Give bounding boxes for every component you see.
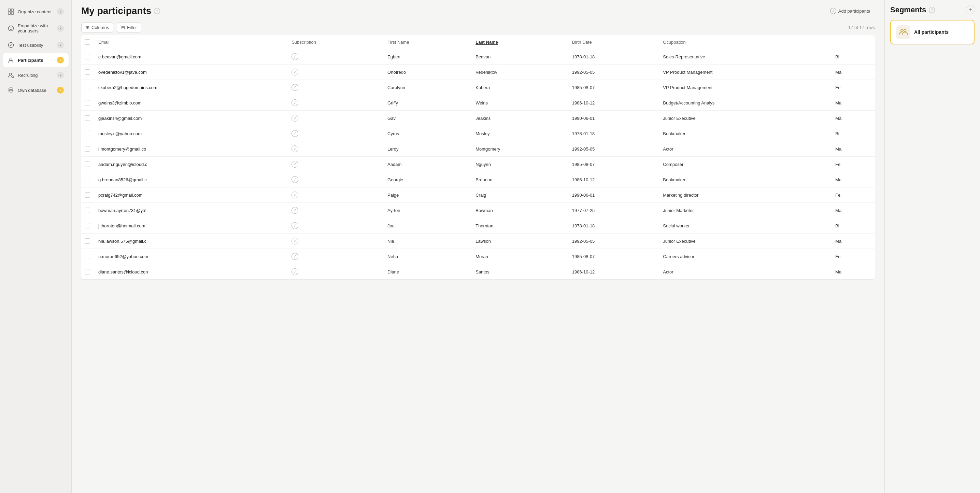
row-last-name: Lawson [471, 234, 567, 249]
subscription-check-icon: ✓ [291, 207, 298, 214]
svg-point-12 [901, 29, 903, 32]
row-extra: Fe [830, 249, 875, 264]
table-row[interactable]: n.moran652@yahoo.com ✓ Neha Moran 1985-0… [81, 249, 875, 264]
email-col-header: Email [94, 35, 287, 49]
select-all-checkbox[interactable] [85, 39, 90, 45]
row-checkbox[interactable] [85, 254, 90, 259]
table-row[interactable]: nia.lawson.575@gmail.c ✓ Nia Lawson 1992… [81, 234, 875, 249]
row-email: bowman.ayrton731@ya! [94, 203, 287, 218]
row-checkbox[interactable] [85, 192, 90, 198]
row-checkbox[interactable] [85, 238, 90, 244]
table-row[interactable]: ckubera2@hugedomains.com ✓ Carolynn Kube… [81, 80, 875, 95]
row-first-name: Aadam [383, 157, 471, 172]
row-first-name: Griffy [383, 95, 471, 111]
row-subscription: ✓ [287, 80, 383, 95]
row-checkbox[interactable] [85, 69, 90, 75]
row-last-name: Moran [471, 249, 567, 264]
row-first-name: Georgie [383, 172, 471, 188]
table-row[interactable]: e.beavan@gmail.com ✓ Egbert Beavan 1978-… [81, 49, 875, 65]
svg-point-7 [8, 43, 14, 48]
svg-point-13 [904, 29, 906, 32]
row-checkbox[interactable] [85, 146, 90, 151]
sidebar-item-test-usability[interactable]: Test usability › [3, 38, 68, 52]
table-container[interactable]: Email Subscription First Name Last Name … [72, 35, 885, 493]
row-first-name: Egbert [383, 49, 471, 65]
table-row[interactable]: ovedeniktov1@java.com ✓ Onofredo Vedenik… [81, 65, 875, 80]
table-row[interactable]: aadam.nguyen@icloud.c ✓ Aadam Nguyen 198… [81, 157, 875, 172]
row-subscription: ✓ [287, 234, 383, 249]
row-last-name: Mosley [471, 126, 567, 142]
row-birth-date: 1986-10-12 [567, 172, 658, 188]
sidebar-item-own-database[interactable]: Own database › [3, 83, 68, 97]
subscription-check-icon: ✓ [291, 222, 298, 229]
columns-icon: ⊞ [86, 25, 89, 30]
last-name-col-header[interactable]: Last Name [471, 35, 567, 49]
row-checkbox[interactable] [85, 177, 90, 182]
row-checkbox[interactable] [85, 54, 90, 59]
row-occupation: Marketing director [658, 188, 830, 203]
table-row[interactable]: pcraig742@gmail.com ✓ Paige Craig 1990-0… [81, 188, 875, 203]
table-row[interactable]: mosley.c@yahoo.com ✓ Cyrus Mosley 1978-0… [81, 126, 875, 142]
user-icon [8, 57, 14, 64]
row-first-name: Cyrus [383, 126, 471, 142]
row-extra: Ma [830, 65, 875, 80]
sidebar-item-organize-content[interactable]: Organize content › [3, 5, 68, 18]
table-row[interactable]: g.brennan8526@gmail.c ✓ Georgie Brennan … [81, 172, 875, 188]
svg-point-5 [10, 28, 11, 28]
row-email: ckubera2@hugedomains.com [94, 80, 287, 95]
row-occupation: Bookmaker [658, 172, 830, 188]
row-checkbox[interactable] [85, 100, 90, 105]
row-subscription: ✓ [287, 49, 383, 65]
row-checkbox-cell [81, 172, 94, 188]
row-email: ovedeniktov1@java.com [94, 65, 287, 80]
row-checkbox[interactable] [85, 223, 90, 228]
row-last-name: Brennan [471, 172, 567, 188]
grid-icon [8, 8, 14, 15]
table-row[interactable]: l.montgomery@gmail.co ✓ Leroy Montgomery… [81, 142, 875, 157]
row-checkbox[interactable] [85, 162, 90, 167]
sidebar-item-participants[interactable]: Participants › [3, 53, 68, 67]
sidebar-item-empathize[interactable]: Empathize with your users › [3, 20, 68, 37]
row-checkbox-cell [81, 80, 94, 95]
row-checkbox[interactable] [85, 208, 90, 213]
table-row[interactable]: j.thornton@hotmail.com ✓ Joe Thornton 19… [81, 218, 875, 234]
svg-point-11 [9, 88, 13, 89]
help-icon[interactable]: ? [154, 8, 160, 14]
row-last-name: Thornton [471, 218, 567, 234]
all-participants-segment[interactable]: All participants [890, 20, 975, 45]
columns-button[interactable]: ⊞ Columns [81, 22, 113, 32]
table-row[interactable]: gjeakins4@gmail.com ✓ Gav Jeakins 1990-0… [81, 111, 875, 126]
row-birth-date: 1985-08-07 [567, 249, 658, 264]
row-checkbox[interactable] [85, 85, 90, 90]
expand-icon[interactable]: + [966, 5, 975, 14]
row-checkbox[interactable] [85, 131, 90, 136]
add-participants-button[interactable]: + Add participants [826, 5, 875, 16]
first-name-col-header: First Name [383, 35, 471, 49]
birth-date-col-header: Birth Date [567, 35, 658, 49]
row-first-name: Onofredo [383, 65, 471, 80]
add-participants-label: Add participants [838, 8, 870, 14]
filter-button[interactable]: ⊟ Filter [117, 22, 141, 32]
row-first-name: Leroy [383, 142, 471, 157]
sidebar-item-label: Recruiting [18, 73, 54, 78]
table-row[interactable]: gweins3@zimbio.com ✓ Griffy Weins 1986-1… [81, 95, 875, 111]
svg-point-9 [10, 73, 12, 75]
row-birth-date: 1992-05-05 [567, 234, 658, 249]
row-subscription: ✓ [287, 142, 383, 157]
row-last-name: Montgomery [471, 142, 567, 157]
row-subscription: ✓ [287, 218, 383, 234]
row-occupation: Careers advisor [658, 249, 830, 264]
row-checkbox[interactable] [85, 115, 90, 121]
row-first-name: Ayrton [383, 203, 471, 218]
add-icon: + [830, 8, 836, 14]
table-row[interactable]: bowman.ayrton731@ya! ✓ Ayrton Bowman 197… [81, 203, 875, 218]
row-count: 17 of 17 rows [848, 25, 875, 30]
filter-icon: ⊟ [121, 25, 125, 30]
table-row[interactable]: diane.santos@icloud.con ✓ Diane Santos 1… [81, 264, 875, 280]
row-checkbox-cell [81, 126, 94, 142]
main-content: My participants ? + Add participants ⊞ C… [72, 0, 885, 493]
subscription-check-icon: ✓ [291, 161, 298, 168]
segments-help-icon[interactable]: ? [929, 7, 935, 13]
row-checkbox[interactable] [85, 269, 90, 275]
sidebar-item-recruiting[interactable]: Recruiting › [3, 68, 68, 82]
